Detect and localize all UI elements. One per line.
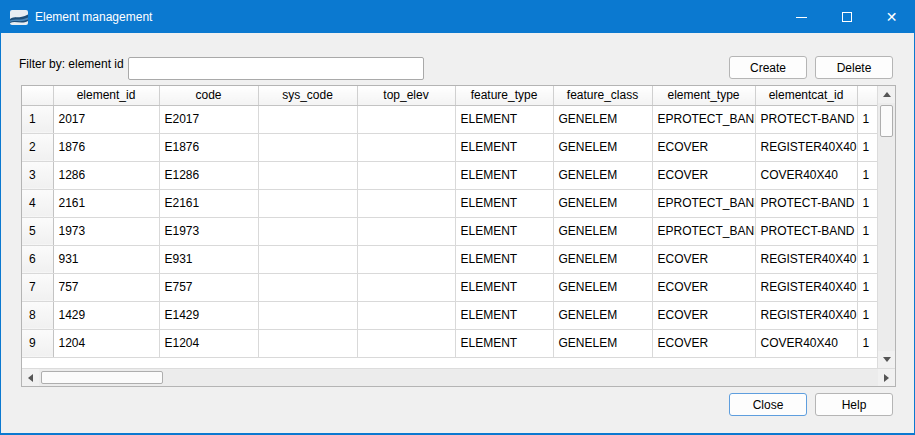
column-header-feature_type[interactable]: feature_type bbox=[455, 86, 553, 105]
cell-element_type[interactable]: ECOVER bbox=[652, 245, 755, 273]
cell-top_elev[interactable] bbox=[357, 161, 455, 189]
column-header-code[interactable]: code bbox=[159, 86, 258, 105]
cell-elementcat_id[interactable]: PROTECT-BAND bbox=[755, 105, 857, 133]
cell-element_id[interactable]: 1429 bbox=[53, 301, 159, 329]
cell-sys_code[interactable] bbox=[258, 105, 357, 133]
cell-element_type[interactable]: ECOVER bbox=[652, 133, 755, 161]
cell-top_elev[interactable] bbox=[357, 133, 455, 161]
scroll-up-button[interactable] bbox=[878, 86, 895, 103]
cell-top_elev[interactable] bbox=[357, 189, 455, 217]
cell-element_id[interactable]: 1204 bbox=[53, 329, 159, 357]
cell-top_elev[interactable] bbox=[357, 273, 455, 301]
cell-feature_class[interactable]: GENELEM bbox=[553, 217, 652, 245]
column-header-element_id[interactable]: element_id bbox=[53, 86, 159, 105]
cell-elementcat_id[interactable]: PROTECT-BAND bbox=[755, 217, 857, 245]
cell-code[interactable]: E1204 bbox=[159, 329, 258, 357]
cell-feature_type[interactable]: ELEMENT bbox=[455, 301, 553, 329]
cell-clipped[interactable]: 1 bbox=[857, 245, 877, 273]
row-header[interactable]: 2 bbox=[22, 133, 53, 161]
cell-feature_class[interactable]: GENELEM bbox=[553, 329, 652, 357]
cell-code[interactable]: E2017 bbox=[159, 105, 258, 133]
scroll-left-button[interactable] bbox=[22, 369, 39, 386]
cell-elementcat_id[interactable]: REGISTER40X40 bbox=[755, 133, 857, 161]
cell-feature_type[interactable]: ELEMENT bbox=[455, 161, 553, 189]
row-header[interactable]: 1 bbox=[22, 105, 53, 133]
cell-element_id[interactable]: 1876 bbox=[53, 133, 159, 161]
cell-element_type[interactable]: ECOVER bbox=[652, 161, 755, 189]
cell-element_type[interactable]: EPROTECT_BAND bbox=[652, 189, 755, 217]
cell-sys_code[interactable] bbox=[258, 217, 357, 245]
cell-code[interactable]: E1286 bbox=[159, 161, 258, 189]
cell-elementcat_id[interactable]: REGISTER40X40 bbox=[755, 245, 857, 273]
column-header-top_elev[interactable]: top_elev bbox=[357, 86, 455, 105]
row-header[interactable]: 9 bbox=[22, 329, 53, 357]
column-header-elementcat_id[interactable]: elementcat_id bbox=[755, 86, 857, 105]
cell-code[interactable]: E1973 bbox=[159, 217, 258, 245]
cell-feature_class[interactable]: GENELEM bbox=[553, 161, 652, 189]
row-header[interactable]: 6 bbox=[22, 245, 53, 273]
cell-element_type[interactable]: ECOVER bbox=[652, 273, 755, 301]
cell-clipped[interactable]: 1 bbox=[857, 189, 877, 217]
delete-button[interactable]: Delete bbox=[815, 56, 893, 79]
cell-element_id[interactable]: 2017 bbox=[53, 105, 159, 133]
column-header-sys_code[interactable]: sys_code bbox=[258, 86, 357, 105]
cell-sys_code[interactable] bbox=[258, 133, 357, 161]
cell-element_id[interactable]: 931 bbox=[53, 245, 159, 273]
cell-elementcat_id[interactable]: REGISTER40X40 bbox=[755, 301, 857, 329]
cell-feature_type[interactable]: ELEMENT bbox=[455, 189, 553, 217]
cell-clipped[interactable]: 1 bbox=[857, 161, 877, 189]
create-button[interactable]: Create bbox=[729, 56, 807, 79]
cell-element_type[interactable]: EPROTECT_BAND bbox=[652, 217, 755, 245]
cell-element_type[interactable]: ECOVER bbox=[652, 301, 755, 329]
cell-element_type[interactable]: EPROTECT_BAND bbox=[652, 105, 755, 133]
vertical-scrollbar[interactable] bbox=[877, 86, 895, 368]
cell-top_elev[interactable] bbox=[357, 105, 455, 133]
cell-feature_type[interactable]: ELEMENT bbox=[455, 329, 553, 357]
cell-elementcat_id[interactable]: REGISTER40X40 bbox=[755, 273, 857, 301]
row-header[interactable]: 4 bbox=[22, 189, 53, 217]
row-header[interactable]: 8 bbox=[22, 301, 53, 329]
cell-feature_type[interactable]: ELEMENT bbox=[455, 245, 553, 273]
cell-top_elev[interactable] bbox=[357, 245, 455, 273]
cell-top_elev[interactable] bbox=[357, 217, 455, 245]
cell-top_elev[interactable] bbox=[357, 301, 455, 329]
cell-sys_code[interactable] bbox=[258, 301, 357, 329]
cell-sys_code[interactable] bbox=[258, 273, 357, 301]
vertical-scrollbar-thumb[interactable] bbox=[880, 105, 893, 137]
cell-clipped[interactable]: 1 bbox=[857, 133, 877, 161]
cell-feature_type[interactable]: ELEMENT bbox=[455, 105, 553, 133]
help-button[interactable]: Help bbox=[815, 393, 893, 416]
table-corner-header[interactable] bbox=[22, 86, 53, 105]
cell-element_id[interactable]: 2161 bbox=[53, 189, 159, 217]
filter-element-id-input[interactable] bbox=[128, 57, 424, 80]
cell-top_elev[interactable] bbox=[357, 329, 455, 357]
cell-sys_code[interactable] bbox=[258, 161, 357, 189]
cell-elementcat_id[interactable]: PROTECT-BAND bbox=[755, 189, 857, 217]
cell-code[interactable]: E1429 bbox=[159, 301, 258, 329]
maximize-button[interactable] bbox=[824, 1, 869, 33]
cell-clipped[interactable]: 1 bbox=[857, 273, 877, 301]
cell-element_id[interactable]: 1286 bbox=[53, 161, 159, 189]
cell-code[interactable]: E1876 bbox=[159, 133, 258, 161]
close-button[interactable]: Close bbox=[729, 393, 807, 416]
cell-feature_class[interactable]: GENELEM bbox=[553, 245, 652, 273]
cell-feature_type[interactable]: ELEMENT bbox=[455, 273, 553, 301]
cell-clipped[interactable]: 1 bbox=[857, 329, 877, 357]
cell-clipped[interactable]: 1 bbox=[857, 301, 877, 329]
minimize-button[interactable] bbox=[779, 1, 824, 33]
scroll-right-button[interactable] bbox=[878, 369, 895, 386]
row-header[interactable]: 3 bbox=[22, 161, 53, 189]
column-header-element_type[interactable]: element_type bbox=[652, 86, 755, 105]
cell-sys_code[interactable] bbox=[258, 245, 357, 273]
cell-feature_class[interactable]: GENELEM bbox=[553, 105, 652, 133]
cell-code[interactable]: E757 bbox=[159, 273, 258, 301]
cell-feature_class[interactable]: GENELEM bbox=[553, 301, 652, 329]
cell-element_id[interactable]: 757 bbox=[53, 273, 159, 301]
cell-clipped[interactable]: 1 bbox=[857, 105, 877, 133]
cell-feature_type[interactable]: ELEMENT bbox=[455, 217, 553, 245]
cell-code[interactable]: E2161 bbox=[159, 189, 258, 217]
cell-clipped[interactable]: 1 bbox=[857, 217, 877, 245]
scroll-down-button[interactable] bbox=[878, 351, 895, 368]
column-header-feature_class[interactable]: feature_class bbox=[553, 86, 652, 105]
cell-sys_code[interactable] bbox=[258, 189, 357, 217]
